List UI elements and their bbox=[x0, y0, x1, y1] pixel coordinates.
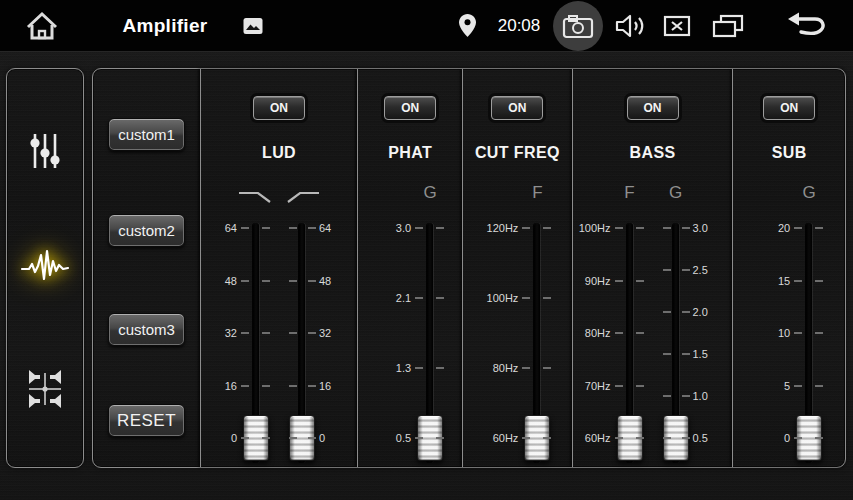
tick-dash bbox=[543, 367, 551, 369]
custom1-button[interactable]: custom1 bbox=[108, 118, 185, 151]
tick-dash bbox=[308, 280, 316, 282]
tick-dash bbox=[682, 437, 690, 439]
tick-label: 5 bbox=[754, 378, 790, 394]
tick-label: 60Hz bbox=[575, 430, 611, 446]
tick-label: 2.1 bbox=[375, 290, 411, 306]
tick-label: 1.3 bbox=[375, 360, 411, 376]
tick-dash bbox=[241, 332, 249, 334]
slider: G 3.02.11.30.5 bbox=[375, 179, 445, 463]
slider: G 3.02.52.01.51.00.5 bbox=[661, 179, 731, 463]
tick-dash bbox=[262, 280, 270, 282]
tick-dash bbox=[615, 227, 623, 229]
channel-on-button[interactable]: ON bbox=[253, 96, 305, 120]
channel-on-button[interactable]: ON bbox=[384, 96, 436, 120]
clock: 20:08 bbox=[490, 0, 548, 52]
channel-on-button[interactable]: ON bbox=[763, 96, 815, 120]
tick-dash bbox=[289, 227, 297, 229]
tick-dash bbox=[794, 385, 802, 387]
tick-dash bbox=[663, 227, 671, 229]
tick-label: 2.0 bbox=[693, 304, 729, 320]
channel-title: CUT FREQ bbox=[463, 144, 572, 162]
tick-dash bbox=[543, 297, 551, 299]
channel-on-button[interactable]: ON bbox=[491, 96, 543, 120]
camera-button[interactable] bbox=[553, 0, 603, 52]
tick-dash bbox=[615, 437, 623, 439]
tick-label: 64 bbox=[319, 220, 355, 236]
channel-column-sub: ON SUB G 20151050 bbox=[732, 69, 845, 467]
slider: F 100Hz90Hz80Hz70Hz60Hz bbox=[575, 179, 645, 463]
sidebar-item-effects[interactable] bbox=[18, 242, 72, 290]
tick-dash bbox=[815, 385, 823, 387]
slider: 644832160 bbox=[201, 179, 271, 463]
tick-label: 0.5 bbox=[375, 430, 411, 446]
channel-title: BASS bbox=[573, 144, 733, 162]
volume-button[interactable] bbox=[610, 0, 650, 52]
tick-dash bbox=[682, 269, 690, 271]
tick-dash bbox=[262, 332, 270, 334]
tick-label: 32 bbox=[319, 325, 355, 341]
sidebar-item-balance[interactable] bbox=[18, 365, 72, 413]
sidebar bbox=[6, 68, 84, 468]
tick-dash bbox=[615, 280, 623, 282]
tick-dash bbox=[241, 227, 249, 229]
sliders-row: G 3.02.11.30.5 bbox=[358, 179, 462, 463]
tick-label: 2.5 bbox=[693, 262, 729, 278]
slider-header-label: F bbox=[615, 183, 645, 203]
sliders-row: G 20151050 bbox=[733, 179, 845, 463]
tick-label: 80Hz bbox=[482, 360, 518, 376]
home-button[interactable] bbox=[20, 0, 64, 52]
shelf-up-icon bbox=[282, 189, 322, 205]
tick-label: 0.5 bbox=[693, 430, 729, 446]
tick-dash bbox=[663, 311, 671, 313]
tick-dash bbox=[241, 385, 249, 387]
image-icon bbox=[243, 17, 263, 35]
speaker-balance-icon bbox=[23, 367, 67, 411]
tick-dash bbox=[522, 437, 530, 439]
home-icon bbox=[24, 8, 60, 44]
back-button[interactable] bbox=[784, 0, 830, 52]
top-bar: Amplifier 20:08 bbox=[0, 0, 853, 52]
tick-label: 100Hz bbox=[482, 290, 518, 306]
wallpaper-button[interactable] bbox=[240, 0, 266, 52]
equalizer-sliders-icon bbox=[26, 131, 64, 171]
tick-dash bbox=[289, 332, 297, 334]
sidebar-item-equalizer[interactable] bbox=[18, 127, 72, 175]
slider-header-label: G bbox=[794, 183, 824, 203]
slider-header-label: G bbox=[415, 183, 445, 203]
tick-dash bbox=[794, 332, 802, 334]
tick-dash bbox=[663, 395, 671, 397]
close-window-button[interactable] bbox=[660, 0, 694, 52]
tick-label: 16 bbox=[201, 378, 237, 394]
custom3-button[interactable]: custom3 bbox=[108, 313, 185, 346]
tick-dash bbox=[241, 437, 249, 439]
tick-dash bbox=[415, 297, 423, 299]
tick-label: 3.0 bbox=[693, 220, 729, 236]
custom2-button[interactable]: custom2 bbox=[108, 214, 185, 247]
tick-dash bbox=[794, 280, 802, 282]
tick-label: 120Hz bbox=[482, 220, 518, 236]
tick-label: 20 bbox=[754, 220, 790, 236]
tick-label: 15 bbox=[754, 273, 790, 289]
tick-label: 10 bbox=[754, 325, 790, 341]
tick-label: 80Hz bbox=[575, 325, 611, 341]
tick-dash bbox=[241, 280, 249, 282]
channel-title: LUD bbox=[201, 144, 358, 162]
tick-dash bbox=[682, 395, 690, 397]
recents-button[interactable] bbox=[708, 0, 748, 52]
tick-label: 60Hz bbox=[482, 430, 518, 446]
tick-dash bbox=[262, 227, 270, 229]
tick-dash bbox=[815, 227, 823, 229]
channel-on-button[interactable]: ON bbox=[627, 96, 679, 120]
presets-column: custom1 custom2 custom3 RESET bbox=[93, 69, 200, 467]
tick-dash bbox=[436, 367, 444, 369]
tick-label: 0 bbox=[754, 430, 790, 446]
reset-button[interactable]: RESET bbox=[108, 404, 185, 437]
tick-dash bbox=[636, 227, 644, 229]
tick-label: 1.0 bbox=[693, 388, 729, 404]
channel-column-lud: ON LUD 644832160 644832160 bbox=[200, 69, 358, 467]
tick-dash bbox=[815, 437, 823, 439]
tick-dash bbox=[308, 385, 316, 387]
tick-dash bbox=[615, 385, 623, 387]
tick-dash bbox=[636, 385, 644, 387]
tick-dash bbox=[615, 332, 623, 334]
